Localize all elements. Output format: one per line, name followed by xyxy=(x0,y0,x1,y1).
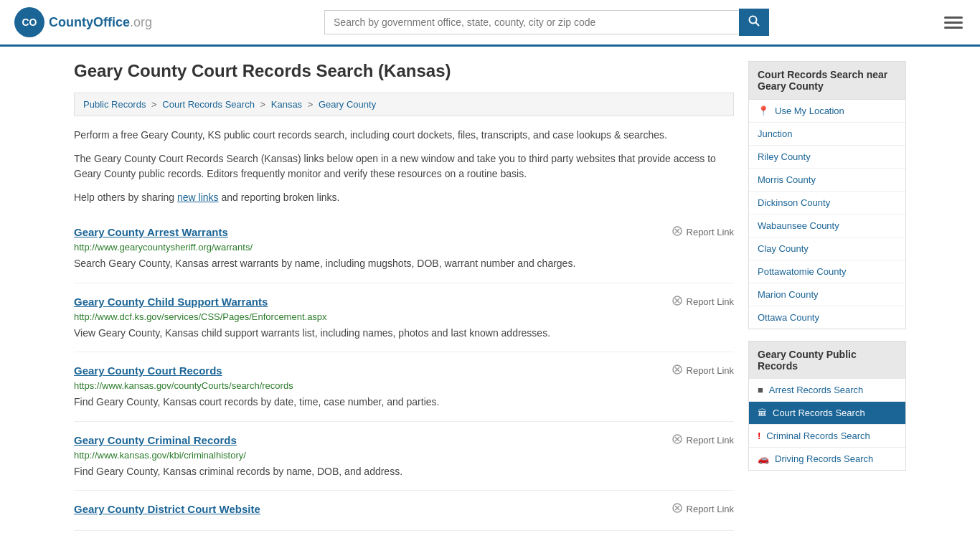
near-items-container: JunctionRiley CountyMorris CountyDickins… xyxy=(749,123,905,329)
pub-section-header: Geary County Public Records xyxy=(749,342,905,379)
report-icon-1 xyxy=(672,295,683,309)
report-link-btn-1[interactable]: Report Link xyxy=(672,295,734,309)
report-label-1: Report Link xyxy=(687,296,734,307)
report-link-btn-2[interactable]: Report Link xyxy=(672,364,734,377)
court-icon: 🏛 xyxy=(758,408,767,418)
search-area xyxy=(324,9,769,36)
report-label-2: Report Link xyxy=(687,365,734,376)
report-link-btn-3[interactable]: Report Link xyxy=(672,433,734,447)
sidebar-near-item[interactable]: Morris County xyxy=(749,169,905,192)
near-link-8[interactable]: Ottawa County xyxy=(758,312,819,323)
pub-items-container: ■Arrest Records Search🏛Court Records Sea… xyxy=(749,379,905,470)
sidebar-near-item[interactable]: Riley County xyxy=(749,146,905,169)
report-icon-3 xyxy=(672,433,683,447)
svg-point-2 xyxy=(750,17,757,24)
near-section-header: Court Records Search near Geary County xyxy=(749,62,905,100)
sidebar-near-item[interactable]: Wabaunsee County xyxy=(749,215,905,237)
menu-bar-2 xyxy=(944,22,963,24)
result-header: Geary County Child Support Warrants Repo… xyxy=(74,295,734,309)
page-title: Geary County Court Records Search (Kansa… xyxy=(74,61,734,81)
result-item: Geary County District Court Website Repo… xyxy=(74,491,734,531)
sidebar-pub-item[interactable]: 🏛Court Records Search xyxy=(749,402,905,425)
report-label-0: Report Link xyxy=(687,227,734,237)
result-desc-0: Search Geary County, Kansas arrest warra… xyxy=(74,257,734,271)
main-layout: Geary County Court Records Search (Kansa… xyxy=(60,47,920,545)
sidebar-near-item[interactable]: Clay County xyxy=(749,237,905,260)
report-link-btn-4[interactable]: Report Link xyxy=(672,502,734,516)
report-link-btn-0[interactable]: Report Link xyxy=(672,225,734,239)
pub-link-3[interactable]: Driving Records Search xyxy=(775,453,873,464)
near-link-6[interactable]: Pottawatomie County xyxy=(758,266,847,277)
sidebar-pub-item[interactable]: 🚗Driving Records Search xyxy=(749,448,905,470)
arrest-icon: ■ xyxy=(758,385,763,395)
sidebar-near-item[interactable]: Dickinson County xyxy=(749,192,905,215)
logo-area: CO CountyOffice.org xyxy=(14,7,152,37)
results-list: Geary County Arrest Warrants Report Link… xyxy=(74,214,734,531)
report-label-3: Report Link xyxy=(687,435,734,446)
pub-link-1[interactable]: Court Records Search xyxy=(773,408,865,418)
driving-icon: 🚗 xyxy=(758,453,769,464)
pub-section: Geary County Public Records ■Arrest Reco… xyxy=(748,341,906,471)
description-1: Perform a free Geary County, KS public c… xyxy=(74,128,734,143)
search-input[interactable] xyxy=(324,10,739,34)
sidebar: Court Records Search near Geary County 📍… xyxy=(748,61,906,531)
result-header: Geary County Court Records Report Link xyxy=(74,364,734,377)
sidebar-pub-item[interactable]: ■Arrest Records Search xyxy=(749,379,905,402)
pub-link-0[interactable]: Arrest Records Search xyxy=(769,385,864,395)
logo-text: CountyOffice.org xyxy=(49,15,152,30)
sidebar-near-item[interactable]: Pottawatomie County xyxy=(749,260,905,283)
description-2: The Geary County Court Records Search (K… xyxy=(74,151,734,182)
report-label-4: Report Link xyxy=(687,504,734,514)
use-my-location[interactable]: 📍 Use My Location xyxy=(749,100,905,123)
result-title-1[interactable]: Geary County Child Support Warrants xyxy=(74,296,268,308)
result-desc-2: Find Geary County, Kansas court records … xyxy=(74,395,734,410)
result-item: Geary County Arrest Warrants Report Link… xyxy=(74,214,734,283)
report-icon-4 xyxy=(672,502,683,516)
description-3: Help others by sharing new links and rep… xyxy=(74,190,734,205)
menu-button[interactable] xyxy=(941,14,966,32)
result-desc-1: View Geary County, Kansas child support … xyxy=(74,326,734,341)
result-desc-3: Find Geary County, Kansas criminal recor… xyxy=(74,465,734,479)
result-item: Geary County Court Records Report Link h… xyxy=(74,352,734,422)
result-title-4[interactable]: Geary County District Court Website xyxy=(74,503,260,515)
result-header: Geary County Arrest Warrants Report Link xyxy=(74,225,734,239)
near-link-1[interactable]: Riley County xyxy=(758,151,811,162)
sidebar-near-item[interactable]: Marion County xyxy=(749,283,905,306)
content-area: Geary County Court Records Search (Kansa… xyxy=(74,61,734,531)
near-link-0[interactable]: Junction xyxy=(758,128,792,139)
result-url-0: http://www.gearycountysheriff.org/warran… xyxy=(74,242,734,253)
near-section: Court Records Search near Geary County 📍… xyxy=(748,61,906,329)
result-title-2[interactable]: Geary County Court Records xyxy=(74,364,222,377)
near-link-2[interactable]: Morris County xyxy=(758,174,816,185)
breadcrumb-kansas[interactable]: Kansas xyxy=(271,99,302,110)
result-title-0[interactable]: Geary County Arrest Warrants xyxy=(74,226,228,238)
result-title-3[interactable]: Geary County Criminal Records xyxy=(74,434,237,446)
report-icon-2 xyxy=(672,364,683,377)
search-button[interactable] xyxy=(739,9,769,36)
near-link-3[interactable]: Dickinson County xyxy=(758,197,830,208)
sidebar-near-item[interactable]: Ottawa County xyxy=(749,306,905,329)
near-link-7[interactable]: Marion County xyxy=(758,289,819,300)
result-url-3: http://www.kansas.gov/kbi/criminalhistor… xyxy=(74,450,734,461)
svg-text:CO: CO xyxy=(22,17,37,28)
breadcrumb-public-records[interactable]: Public Records xyxy=(83,99,146,110)
svg-line-3 xyxy=(756,23,760,27)
location-icon: 📍 xyxy=(758,105,769,116)
pub-link-2[interactable]: Criminal Records Search xyxy=(766,430,870,441)
new-links[interactable]: new links xyxy=(177,192,219,203)
criminal-icon: ! xyxy=(758,430,760,441)
result-item: Geary County Criminal Records Report Lin… xyxy=(74,422,734,491)
result-url-2: https://www.kansas.gov/countyCourts/sear… xyxy=(74,380,734,391)
breadcrumb-court-records[interactable]: Court Records Search xyxy=(162,99,255,110)
sidebar-pub-item[interactable]: !Criminal Records Search xyxy=(749,425,905,448)
breadcrumb-geary[interactable]: Geary County xyxy=(319,99,376,110)
menu-bar-3 xyxy=(944,27,963,29)
use-my-location-link[interactable]: Use My Location xyxy=(775,105,844,116)
near-link-5[interactable]: Clay County xyxy=(758,243,809,254)
report-icon-0 xyxy=(672,225,683,239)
result-url-1: http://www.dcf.ks.gov/services/CSS/Pages… xyxy=(74,311,734,322)
sidebar-near-item[interactable]: Junction xyxy=(749,123,905,146)
logo-icon: CO xyxy=(14,7,44,37)
near-link-4[interactable]: Wabaunsee County xyxy=(758,220,839,231)
menu-bar-1 xyxy=(944,17,963,19)
